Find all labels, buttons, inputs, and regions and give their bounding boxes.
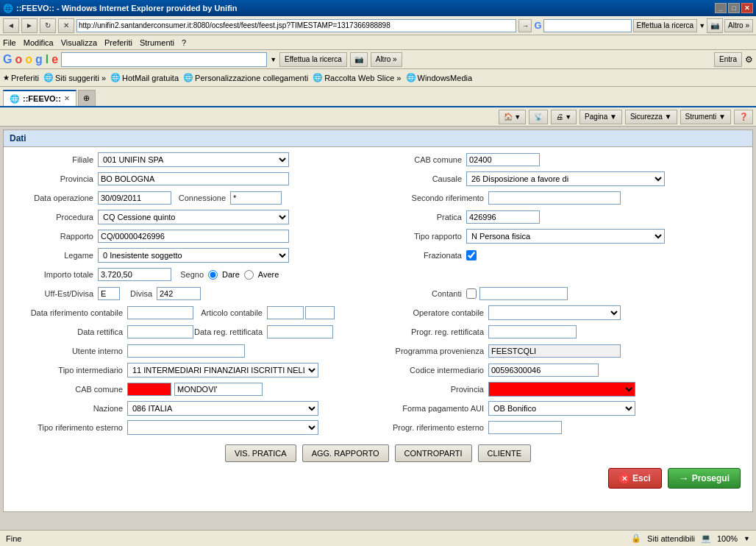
contanti-extra-input[interactable] bbox=[479, 287, 568, 300]
row-rapporto: Rapporto Tipo rapporto N Persona fisica bbox=[10, 228, 746, 244]
google-altro-button[interactable]: Altro » bbox=[371, 52, 402, 67]
strumenti-button[interactable]: Strumenti ▼ bbox=[680, 110, 731, 124]
tipo-rapporto-select[interactable]: N Persona fisica bbox=[466, 229, 665, 244]
sicurezza-button[interactable]: Sicurezza ▼ bbox=[625, 110, 677, 124]
fav-personalizzazione[interactable]: 🌐 Personalizzazione collegamenti bbox=[183, 73, 308, 82]
secondo-rif-input[interactable] bbox=[488, 191, 621, 205]
search-input[interactable] bbox=[543, 19, 632, 32]
divisa-input[interactable] bbox=[157, 287, 201, 300]
fav-windows-media[interactable]: 🌐 WindowsMedia bbox=[406, 73, 473, 82]
tab-close-icon[interactable]: ✕ bbox=[64, 95, 70, 102]
contanti-checkbox[interactable] bbox=[466, 288, 477, 299]
dare-radio[interactable] bbox=[208, 270, 218, 280]
vis-pratica-button[interactable]: VIS. PRATICA bbox=[225, 444, 296, 462]
progr-reg-rettificata-input[interactable] bbox=[488, 325, 577, 338]
cab-comune-input[interactable] bbox=[466, 153, 540, 166]
google-dropdown-arrow[interactable]: ▼ bbox=[270, 56, 277, 63]
pratica-input[interactable] bbox=[466, 210, 540, 224]
connessione-input[interactable] bbox=[230, 191, 282, 205]
tipo-intermediario-select[interactable]: 11 INTERMEDIARI FINANZIARI ISCRITTI NELL… bbox=[127, 363, 318, 377]
uff-est-input[interactable] bbox=[98, 287, 120, 300]
frazionata-checkbox[interactable] bbox=[466, 250, 477, 260]
google-camera-icon[interactable]: 📷 bbox=[350, 52, 368, 67]
articolo-contabile-input2[interactable] bbox=[305, 306, 335, 319]
stop-button[interactable]: ✕ bbox=[58, 18, 74, 33]
google-search-input[interactable] bbox=[61, 52, 267, 67]
prosegui-button[interactable]: → Prosegui bbox=[668, 468, 741, 489]
utente-interno-input[interactable] bbox=[127, 344, 245, 358]
data-reg-rettificata-input[interactable] bbox=[267, 325, 333, 338]
articolo-contabile-input1[interactable] bbox=[267, 306, 304, 319]
search-dropdown-icon[interactable]: ▼ bbox=[699, 22, 705, 29]
esci-button[interactable]: ✕ Esci bbox=[608, 468, 662, 489]
print-button[interactable]: 🖨 ▼ bbox=[551, 110, 577, 124]
fav-siti-suggeriti[interactable]: 🌐 Siti suggeriti » bbox=[43, 73, 106, 82]
progr-rif-esterno-label: Progr. riferimento esterno bbox=[378, 423, 488, 432]
google-search-button[interactable]: Effettua la ricerca bbox=[279, 52, 347, 67]
avere-radio[interactable] bbox=[244, 270, 254, 280]
provincia2-select[interactable] bbox=[488, 382, 635, 397]
section-header: Dati bbox=[4, 130, 752, 147]
entra-button[interactable]: Entra bbox=[714, 52, 742, 67]
agg-rapporto-button[interactable]: AGG. RAPPORTO bbox=[302, 444, 389, 462]
menu-preferiti[interactable]: Preferiti bbox=[104, 38, 132, 47]
menu-help[interactable]: ? bbox=[182, 38, 186, 47]
menu-file[interactable]: File bbox=[3, 38, 16, 47]
data-rettifica-input[interactable] bbox=[127, 325, 193, 338]
back-button[interactable]: ◄ bbox=[3, 18, 19, 33]
uff-est-label: Uff-Est/Divisa bbox=[10, 289, 98, 298]
data-operazione-label: Data operazione bbox=[10, 194, 98, 202]
rapporto-input[interactable] bbox=[98, 230, 289, 243]
search-button[interactable]: Effettua la ricerca bbox=[633, 19, 698, 32]
progr-rif-esterno-input[interactable] bbox=[488, 421, 562, 434]
home-button[interactable]: 🏠 ▼ bbox=[499, 110, 526, 124]
go-button[interactable]: → bbox=[518, 19, 532, 32]
cab-comune2-name-input[interactable] bbox=[174, 383, 263, 396]
refresh-button[interactable]: ↻ bbox=[40, 18, 56, 33]
feed-button[interactable]: 📡 bbox=[529, 110, 548, 124]
segno-radio-group: Dare Avere bbox=[208, 270, 279, 280]
altro-button[interactable]: Altro » bbox=[724, 19, 753, 32]
data-rif-contabile-input[interactable] bbox=[127, 306, 193, 319]
final-button-row: ✕ Esci → Prosegui bbox=[10, 465, 746, 492]
preferiti-label[interactable]: Preferiti bbox=[11, 74, 39, 82]
tipo-rif-esterno-label: Tipo riferimento esterno bbox=[10, 423, 127, 432]
camera-icon[interactable]: 📷 bbox=[707, 18, 723, 33]
menu-visualizza[interactable]: Visualizza bbox=[61, 38, 97, 47]
settings-icon[interactable]: ⚙ bbox=[745, 54, 753, 65]
tipo-rif-esterno-select[interactable] bbox=[127, 420, 318, 435]
legame-label: Legame bbox=[10, 251, 98, 260]
maximize-button[interactable]: □ bbox=[728, 3, 740, 13]
forward-button[interactable]: ► bbox=[21, 18, 38, 33]
causale-select[interactable]: 26 Disposizione a favore di bbox=[466, 171, 665, 186]
data-rettifica-label: Data rettifica bbox=[10, 327, 127, 336]
provincia-input[interactable] bbox=[98, 172, 289, 185]
tab-feevo[interactable]: 🌐 ::FEEVO:: ✕ bbox=[3, 90, 76, 106]
filiale-select[interactable]: 001 UNIFIN SPA bbox=[98, 152, 289, 167]
importo-totale-input[interactable] bbox=[98, 268, 171, 281]
row-uff-est: Uff-Est/Divisa Divisa Contanti bbox=[10, 286, 746, 302]
pagina-button[interactable]: Pagina ▼ bbox=[580, 110, 622, 124]
address-input[interactable] bbox=[76, 19, 516, 32]
procedura-select[interactable]: CQ Cessione quinto bbox=[98, 210, 289, 224]
minimize-button[interactable]: _ bbox=[715, 3, 727, 13]
forma-pagamento-select[interactable]: OB Bonifico bbox=[488, 401, 635, 416]
menu-modifica[interactable]: Modifica bbox=[24, 38, 54, 47]
legame-select[interactable]: 0 Inesistente soggetto bbox=[98, 248, 289, 263]
menu-strumenti[interactable]: Strumenti bbox=[140, 38, 174, 47]
new-tab-button[interactable]: ⊕ bbox=[78, 90, 96, 106]
codice-intermediario-input[interactable] bbox=[488, 364, 599, 377]
close-button[interactable]: ✕ bbox=[741, 3, 753, 13]
help-button[interactable]: ❓ bbox=[734, 110, 753, 124]
nazione-select[interactable]: 086 ITALIA bbox=[127, 401, 318, 416]
cliente-button[interactable]: CLIENTE bbox=[478, 444, 531, 462]
favorites-star[interactable]: ★ Preferiti bbox=[3, 74, 39, 82]
connessione-label: Connessione bbox=[171, 194, 230, 202]
fav-hotmail[interactable]: 🌐 HotMail gratuita bbox=[110, 73, 179, 82]
cab-comune2-input[interactable] bbox=[127, 383, 171, 396]
data-operazione-input[interactable] bbox=[98, 191, 171, 205]
operatore-contabile-select[interactable] bbox=[488, 305, 621, 320]
controparti-button[interactable]: CONTROPARTI bbox=[395, 444, 472, 462]
fav-raccolta[interactable]: 🌐 Raccolta Web Slice » bbox=[313, 73, 401, 82]
programma-provenienza-label: Programma provenienza bbox=[378, 347, 488, 355]
